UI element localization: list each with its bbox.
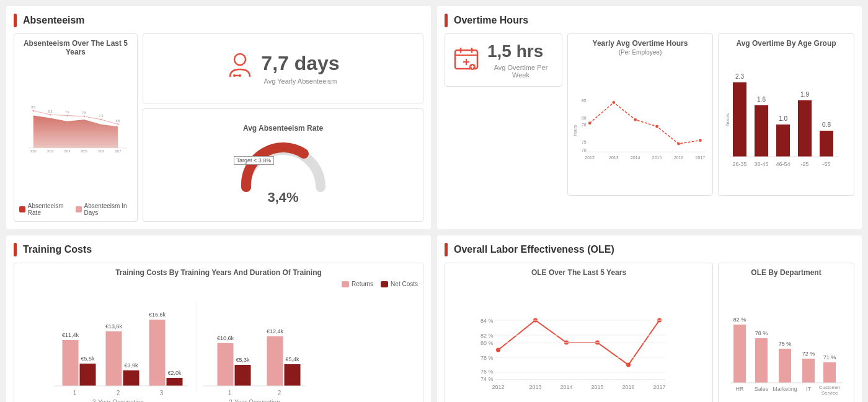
dot [32, 110, 34, 111]
svg-text:2017: 2017 [115, 150, 122, 153]
training-header: Training Costs [14, 243, 423, 256]
dot [626, 363, 631, 367]
bar-return [267, 336, 283, 386]
svg-text:€5,4k: €5,4k [285, 356, 299, 362]
ole-content: OLE Over The Last 5 Years 84 % 82 % [445, 263, 854, 402]
ole-bar-title: OLE By Department [724, 268, 849, 277]
svg-text:78 %: 78 % [755, 330, 768, 336]
svg-text:2012: 2012 [492, 384, 504, 390]
dot [588, 121, 591, 125]
svg-text:€3,9k: €3,9k [124, 362, 138, 369]
ole-bar-svg: 82 % 78 % 75 % 72 % 71 % HR Sales Market… [724, 281, 849, 402]
absenteeism-gauge: Avg Absenteeism Rate Target < 3.8% 3,4% [143, 108, 423, 222]
overtime-age-chart: Avg Overtime By Age Group 2.3 1.6 1.0 1.… [718, 33, 854, 196]
dot [100, 119, 102, 121]
bar [776, 125, 790, 157]
svg-text:Service: Service [822, 390, 838, 396]
training-chart: Training Costs By Training Years And Dur… [14, 263, 423, 402]
svg-text:2016: 2016 [622, 384, 634, 390]
legend-days-color [76, 206, 82, 212]
svg-text:2015: 2015 [591, 384, 603, 390]
yearly-line [590, 102, 700, 144]
svg-text:75: 75 [582, 140, 587, 144]
svg-text:2: 2 [117, 390, 120, 396]
bar-cost [285, 364, 301, 386]
bar [733, 82, 746, 157]
svg-text:80 %: 80 % [480, 340, 494, 346]
svg-text:72 %: 72 % [802, 351, 815, 357]
svg-text:26-35: 26-35 [732, 161, 746, 167]
legend-rate: Absenteeism Rate [19, 203, 69, 216]
age-bar-svg: 2.3 1.6 1.0 1.9 0.8 hours 26-35 36-45 46… [724, 51, 849, 188]
svg-text:2015: 2015 [81, 150, 88, 153]
svg-text:2017: 2017 [696, 155, 706, 160]
bar-cost [167, 378, 183, 386]
ole-bar-chart: OLE By Department 82 % 78 % 75 % [718, 263, 854, 402]
bar [779, 349, 791, 383]
bar [755, 105, 768, 157]
svg-text:€10,6k: €10,6k [217, 335, 234, 341]
overtime-left: 1,5 hrs Avg Overtime Per Week [445, 33, 562, 196]
absenteeism-svg: 8.6 8.0 7.9 7.8 7.3 6.6 4.1 % 3.8 % 3.4 … [19, 60, 132, 196]
bar-cost [235, 365, 251, 386]
svg-text:76 %: 76 % [480, 369, 494, 375]
metric-value-container: 7,7 days Avg Yearly Absenteeism [261, 52, 339, 85]
svg-text:36-45: 36-45 [754, 161, 768, 167]
svg-text:1.0: 1.0 [779, 115, 787, 122]
absenteeism-title: Absenteeism [23, 15, 85, 26]
bar [733, 325, 746, 383]
svg-text:3.6 %: 3.6 % [81, 116, 88, 119]
ole-line-svg: 84 % 82 % 80 % 78 % 76 % 74 % 2012 2013 [450, 281, 707, 402]
overtime-value-label: Avg Overtime Per Week [487, 64, 554, 79]
dashboard: Absenteeism 7,7 days [6, 6, 862, 402]
yearly-chart-title: Yearly Avg Overtime Hours [573, 39, 707, 48]
legend-rate-label: Absenteeism Rate [28, 203, 69, 216]
absenteeism-value-label: Avg Yearly Absenteeism [261, 77, 339, 85]
svg-text:6.6: 6.6 [116, 120, 120, 123]
ole-header: Overall Labor Effectiveness (OLE) [445, 243, 854, 256]
overtime-title: Overtime Hours [454, 15, 528, 26]
svg-text:Marketing: Marketing [773, 386, 797, 392]
absenteeism-chart: Absenteeism Over The Last 5 Years [14, 33, 138, 222]
svg-text:Customer: Customer [819, 385, 841, 390]
svg-text:78: 78 [582, 123, 587, 127]
gauge-svg [234, 138, 333, 193]
section-bar [14, 14, 17, 27]
svg-text:8.0: 8.0 [48, 110, 53, 113]
dot [677, 142, 680, 146]
svg-text:2012: 2012 [30, 150, 37, 153]
svg-text:-25: -25 [800, 161, 808, 167]
svg-text:8.6: 8.6 [32, 106, 36, 109]
bar-cost [123, 370, 140, 386]
svg-text:1.6: 1.6 [757, 96, 766, 103]
ole-title: Overall Labor Effectiveness (OLE) [454, 244, 614, 255]
overtime-yearly-chart: Yearly Avg Overtime Hours (Per Employee) [567, 33, 713, 196]
svg-text:€13,6k: €13,6k [105, 323, 123, 330]
training-section: Training Costs Training Costs By Trainin… [6, 235, 431, 402]
overtime-header: Overtime Hours [445, 14, 854, 27]
svg-point-0 [234, 54, 246, 65]
training-legend: Returns Net Costs [19, 281, 418, 287]
ole-section: Overall Labor Effectiveness (OLE) OLE Ov… [437, 235, 862, 402]
svg-text:hours: hours [725, 113, 730, 126]
svg-text:hours: hours [573, 125, 577, 136]
training-svg: €11,4k €5,5k €13,6k €3,9k €16,6k €2,0k 1… [19, 290, 418, 402]
svg-text:1.9: 1.9 [800, 91, 809, 98]
legend-costs: Net Costs [381, 281, 418, 287]
overtime-value: 1,5 hrs [487, 42, 554, 61]
ole-section-bar [445, 243, 448, 256]
svg-text:2.7 %: 2.7 % [114, 123, 122, 126]
bar-cost [80, 364, 96, 386]
svg-text:€2,0k: €2,0k [167, 370, 182, 376]
dot [496, 348, 500, 352]
ole-line-title: OLE Over The Last 5 Years [450, 268, 707, 277]
calendar-icon [453, 45, 480, 75]
overtime-section: Overtime Hours [437, 6, 862, 229]
absenteeism-chart-title: Absenteeism Over The Last 5 Years [19, 39, 132, 56]
svg-text:74 %: 74 % [480, 376, 494, 382]
legend-returns: Returns [342, 281, 373, 287]
svg-text:IT: IT [806, 386, 812, 392]
dot [634, 118, 637, 121]
metric-big: 7,7 days Avg Yearly Absenteeism [226, 52, 339, 85]
gauge-wrapper: Target < 3.8% [234, 138, 333, 196]
